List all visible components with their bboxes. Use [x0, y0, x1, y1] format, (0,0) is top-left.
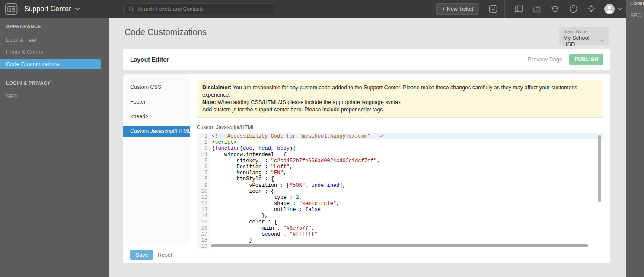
code-line[interactable]: 18 }: [197, 237, 603, 243]
check-square-icon[interactable]: [489, 5, 497, 13]
sidebar-gap: [0, 71, 109, 80]
code-line[interactable]: 2<script>: [197, 139, 603, 145]
code-line[interactable]: 17 second : "#ffffff": [197, 231, 603, 237]
sidebar-item-seo[interactable]: SEO: [0, 91, 109, 102]
line-number: 8: [197, 176, 210, 182]
code-line[interactable]: 13 outline : false: [197, 207, 603, 213]
code-line[interactable]: 1<!-- Accessibility Code for "myschool.h…: [197, 133, 603, 139]
line-number: 9: [197, 183, 210, 189]
preview-page-link[interactable]: Preview Page: [528, 56, 562, 63]
sidebar-section-header-appearance: APPEARANCE: [0, 24, 109, 29]
map-icon[interactable]: [514, 5, 523, 13]
help-icon[interactable]: ?: [569, 5, 577, 13]
line-number: 18: [197, 237, 210, 243]
line-number: 7: [197, 170, 210, 176]
line-number: 11: [197, 195, 210, 201]
search-input[interactable]: [137, 6, 271, 12]
code-field-label: Custom Javascript/HTML: [197, 124, 603, 130]
new-ticket-button[interactable]: + New Ticket: [436, 3, 479, 15]
editor-pane: Disclaimer: You are responsible for any …: [197, 80, 603, 249]
code-line[interactable]: 14 },: [197, 213, 603, 219]
app-window: Support Center + New Ticket: [0, 0, 644, 277]
card-footer: Save Reset: [123, 246, 610, 263]
avatar: [604, 4, 615, 14]
topbar-separator: [504, 0, 505, 18]
code-line[interactable]: 12 shape : "semicircle",: [197, 201, 603, 207]
line-number: 3: [197, 145, 210, 151]
code-line[interactable]: 9 vPosition : ["50%", undefined],: [197, 183, 603, 189]
code-line[interactable]: 4 window.interdeal = {: [197, 152, 603, 158]
code-line[interactable]: 16 main : "#6e7577",: [197, 225, 603, 231]
app-title-chevron-down-icon[interactable]: [75, 7, 80, 11]
right-strip-header: LOGIN &: [630, 1, 644, 6]
topbar: Support Center + New Ticket: [0, 0, 626, 18]
editor-tab-list: Custom CSSFooter<head>Custom Javascript/…: [123, 74, 190, 246]
sidebar-item-fonts-colors[interactable]: Fonts & Colors: [0, 47, 109, 57]
code-editor-lines: 1<!-- Accessibility Code for "myschool.h…: [197, 133, 603, 249]
brand-selector[interactable]: Brand Name My School USD: [559, 27, 609, 45]
line-number: 14: [197, 213, 210, 219]
sidebar-section-header-login-privacy: LOGIN & PRIVACY: [0, 80, 109, 85]
code-line[interactable]: 11 type : 2,: [197, 195, 603, 201]
user-menu[interactable]: [604, 4, 623, 14]
app-title[interactable]: Support Center: [24, 5, 71, 13]
code-editor[interactable]: 1<!-- Accessibility Code for "myschool.h…: [197, 133, 603, 249]
search-icon: [128, 6, 134, 12]
line-number: 4: [197, 152, 210, 158]
right-cropped-panel: LOGIN & SEO: [626, 0, 644, 277]
brand-selector-label: Brand Name: [563, 29, 605, 34]
line-number: 15: [197, 219, 210, 225]
user-menu-chevron-down-icon: [617, 7, 623, 11]
global-search[interactable]: [124, 3, 274, 14]
sidebar-item-look-feel[interactable]: Look & Feel: [0, 35, 109, 45]
code-line[interactable]: 7 Menulang : "EN",: [197, 170, 603, 176]
newspaper-icon[interactable]: [532, 5, 541, 13]
line-number: 17: [197, 231, 210, 237]
tab-footer[interactable]: Footer: [123, 96, 190, 107]
right-strip-item-seo[interactable]: SEO: [630, 13, 644, 19]
line-number: 10: [197, 189, 210, 195]
line-number: 6: [197, 164, 210, 170]
lightbulb-icon[interactable]: [587, 5, 596, 13]
brand-chevron-down-icon: [600, 40, 605, 43]
graduation-cap-icon[interactable]: [551, 5, 559, 13]
code-line[interactable]: 6 Position : "Left",: [197, 164, 603, 170]
line-number: 5: [197, 158, 210, 164]
code-line[interactable]: 10 icon : {: [197, 189, 603, 195]
app-logo-icon: [4, 3, 18, 15]
topbar-actions: + New Ticket: [436, 0, 623, 18]
disclaimer-line: Note: When adding CSS/HTML/JS please inc…: [202, 99, 597, 106]
vertical-scrollbar[interactable]: [598, 135, 601, 202]
publish-button[interactable]: PUBLISH: [569, 54, 603, 65]
code-line[interactable]: 3(function(doc, head, body){: [197, 145, 603, 151]
tab-head[interactable]: <head>: [123, 111, 190, 122]
main-content: Code Customizations Brand Name My School…: [109, 18, 626, 277]
tab-custom-javascript-html[interactable]: Custom Javascript/HTML: [123, 126, 190, 137]
line-number: 13: [197, 207, 210, 213]
line-number: 12: [197, 201, 210, 207]
save-button[interactable]: Save: [130, 250, 153, 260]
reset-button[interactable]: Reset: [158, 252, 172, 258]
code-line[interactable]: 15 color : {: [197, 219, 603, 225]
tab-custom-css[interactable]: Custom CSS: [123, 82, 190, 93]
line-number: 1: [197, 133, 210, 139]
line-number: 16: [197, 225, 210, 231]
svg-text:?: ?: [572, 6, 574, 11]
layout-editor-title: Layout Editor: [130, 56, 169, 63]
sidebar-item-code-customizations[interactable]: Code Customizations: [0, 59, 101, 69]
disclaimer-line: Disclaimer: You are responsible for any …: [202, 84, 597, 99]
disclaimer-box: Disclaimer: You are responsible for any …: [197, 80, 603, 118]
line-number: 2: [197, 139, 210, 145]
app-logo[interactable]: [0, 0, 22, 18]
page-title: Code Customizations: [124, 27, 207, 37]
layout-editor-header-card: Layout Editor Preview Page PUBLISH: [123, 49, 610, 70]
sidebar-nav: APPEARANCELook & FeelFonts & ColorsCode …: [0, 18, 109, 277]
code-line[interactable]: 8 btnStyle : {: [197, 176, 603, 182]
code-customizations-card: Custom CSSFooter<head>Custom Javascript/…: [123, 74, 610, 263]
disclaimer-line: Add custom js for the support center her…: [202, 106, 597, 113]
brand-selector-value: My School USD: [563, 35, 597, 47]
code-line[interactable]: 5 sitekey : "c2cd452b7fe666ad0024cd02c1d…: [197, 158, 603, 164]
